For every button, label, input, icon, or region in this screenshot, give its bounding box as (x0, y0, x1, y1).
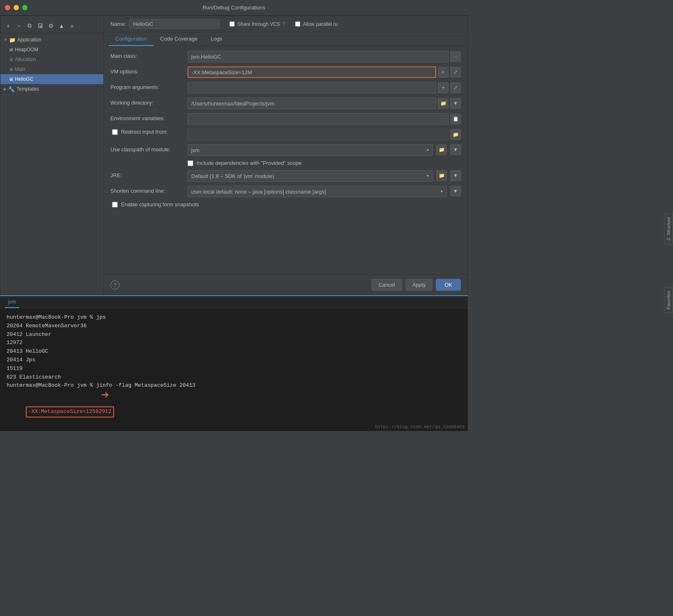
classpath-select-wrapper: jvm (188, 144, 433, 156)
shorten-cmd-row: Shorten command line: user-local default… (110, 186, 461, 197)
shorten-cmd-dropdown-button[interactable]: ▼ (450, 186, 461, 196)
sidebar-item-label: Main (15, 66, 25, 72)
sidebar-item-main[interactable]: 🖥 Main (0, 64, 103, 74)
minimize-button[interactable] (14, 5, 19, 10)
sidebar-item-hellogc[interactable]: 🖥 HelloGC (0, 74, 103, 84)
chevron-down-icon: ▼ (4, 38, 7, 42)
program-args-input-group: + ⤢ (188, 82, 461, 94)
window-controls[interactable] (5, 5, 27, 10)
env-vars-browse-button[interactable]: 📋 (450, 114, 461, 124)
tab-configuration[interactable]: Configuration (109, 32, 153, 46)
save-config-button[interactable]: 🖫 (36, 21, 45, 30)
cancel-button[interactable]: Cancel (371, 279, 402, 291)
watermark: https://blog.csdn.net/qq_33805483 (375, 424, 465, 429)
redirect-browse-button[interactable]: 📁 (450, 129, 461, 140)
window-title: Run/Debug Configurations (202, 5, 265, 11)
allow-parallel-checkbox[interactable] (295, 21, 300, 27)
maximize-button[interactable] (22, 5, 27, 10)
up-button[interactable]: ▲ (57, 21, 66, 30)
jre-browse-button[interactable]: 📁 (436, 170, 447, 181)
jre-select-wrapper: Default (1.8 – SDK of 'jvm' module) (188, 170, 433, 182)
terminal-line-4: 12972 (7, 339, 461, 347)
sidebar-item-heapoom[interactable]: 🖥 HeapOOM (0, 45, 103, 55)
file-icon: 🖥 (9, 67, 13, 72)
share-vcs-checkbox[interactable] (229, 21, 235, 27)
terminal-line-7: 15119 (7, 365, 461, 373)
program-args-add-button[interactable]: + (438, 82, 449, 93)
remove-config-button[interactable]: − (14, 21, 23, 30)
name-input[interactable] (129, 19, 220, 29)
program-args-input[interactable] (188, 82, 436, 94)
vm-options-add-button[interactable]: + (438, 67, 449, 78)
allow-parallel-row: Allow parallel ru (295, 21, 338, 27)
terminal-line-2: 20264 RemoteMavenServer36 (7, 322, 461, 331)
program-args-expand-button[interactable]: ⤢ (450, 82, 461, 93)
env-vars-input[interactable] (188, 113, 449, 125)
working-dir-dropdown-button[interactable]: ▼ (450, 98, 461, 109)
classpath-select[interactable]: jvm (188, 144, 433, 156)
sidebar-item-allocation[interactable]: 🖥 Allocation (0, 55, 103, 64)
working-dir-input-group: 📁 ▼ (188, 98, 461, 109)
redirect-checkbox[interactable] (112, 129, 118, 135)
redirect-input[interactable] (188, 129, 449, 140)
jre-select[interactable]: Default (1.8 – SDK of 'jvm' module) (188, 170, 433, 182)
terminal-output: huntermax@MacBook-Pro jvm % jps 20264 Re… (0, 308, 468, 431)
file-icon: 🖥 (9, 77, 13, 82)
wrench-button[interactable]: ⚙ (46, 21, 55, 30)
working-dir-browse-button[interactable]: 📁 (438, 98, 449, 109)
main-class-label: Main class: (110, 51, 184, 59)
classpath-row: Use classpath of module: jvm 📁 ▼ (110, 144, 461, 156)
name-label: Name: (110, 21, 126, 27)
terminal-tab[interactable]: jvm (5, 296, 19, 308)
run-debug-dialog: + − ⧉ 🖫 ⚙ ▲ » ▼ 📁 Application 🖥 (0, 16, 468, 295)
main-class-browse-button[interactable]: ··· (450, 51, 461, 62)
sidebar-item-templates[interactable]: ▶ 🔧 Templates (0, 84, 103, 94)
jre-row: JRE: Default (1.8 – SDK of 'jvm' module)… (110, 170, 461, 182)
redirect-label: Redirect input from: (121, 129, 167, 135)
capture-snapshots-label: Enable capturing form snapshots (121, 201, 199, 208)
copy-config-button[interactable]: ⧉ (25, 21, 34, 30)
include-deps-checkbox[interactable] (188, 160, 193, 166)
ok-button[interactable]: OK (436, 279, 461, 291)
main-class-input[interactable] (188, 51, 449, 62)
close-button[interactable] (5, 5, 10, 10)
capture-snapshots-checkbox[interactable] (112, 202, 118, 208)
main-class-row: Main class: ··· (110, 51, 461, 62)
shorten-cmd-select-wrapper: user-local default: none – java [options… (188, 186, 447, 197)
terminal-line-9: huntermax@MacBook-Pro jvm % jinfo -flag … (7, 381, 461, 390)
apply-button[interactable]: Apply (405, 279, 433, 291)
include-deps-checkbox-row: Include dependencies with "Provided" sco… (186, 160, 302, 166)
jre-dropdown-button[interactable]: ▼ (450, 170, 461, 181)
vm-options-label: VM options: (110, 66, 184, 75)
add-config-button[interactable]: + (4, 21, 13, 30)
main-class-input-group: ··· (188, 51, 461, 62)
redirect-checkbox-row: Redirect input from: (110, 129, 184, 135)
vm-options-row: VM options: + ⤢ (110, 66, 461, 78)
working-dir-input[interactable] (188, 98, 436, 109)
folder-icon: 🔧 (8, 86, 15, 92)
redirect-input-row: Redirect input from: 📁 (110, 129, 461, 140)
terminal-line-8: 623 Elasticsearch (7, 373, 461, 382)
tab-logs[interactable]: Logs (204, 32, 229, 46)
env-vars-input-group: 📋 (188, 113, 461, 125)
env-vars-row: Environment variables: 📋 (110, 113, 461, 125)
share-vcs-label: Share through VCS (237, 21, 280, 27)
question-icon[interactable]: ? (282, 21, 285, 27)
vm-options-input-group: + ⤢ (188, 66, 461, 78)
terminal-line-5: 20413 HelloGC (7, 347, 461, 356)
vm-options-expand-button[interactable]: ⤢ (450, 67, 461, 78)
terminal-tab-bar: jvm (0, 296, 468, 308)
include-deps-label: Include dependencies with "Provided" sco… (197, 160, 302, 166)
classpath-dropdown-button[interactable]: ▼ (450, 144, 461, 155)
shorten-cmd-select[interactable]: user-local default: none – java [options… (188, 186, 447, 197)
sidebar-item-label: Application (17, 37, 41, 43)
more-button[interactable]: » (68, 21, 77, 30)
tab-code-coverage[interactable]: Code Coverage (153, 32, 204, 46)
footer-help-button[interactable]: ? (110, 281, 119, 290)
share-vcs-row: Share through VCS ? (229, 21, 285, 27)
sidebar-item-application[interactable]: ▼ 📁 Application (0, 35, 103, 45)
env-vars-label: Environment variables: (110, 113, 184, 121)
capture-snapshots-checkbox-row: Enable capturing form snapshots (110, 201, 199, 208)
classpath-browse-button[interactable]: 📁 (436, 144, 447, 155)
vm-options-input[interactable] (188, 66, 436, 78)
